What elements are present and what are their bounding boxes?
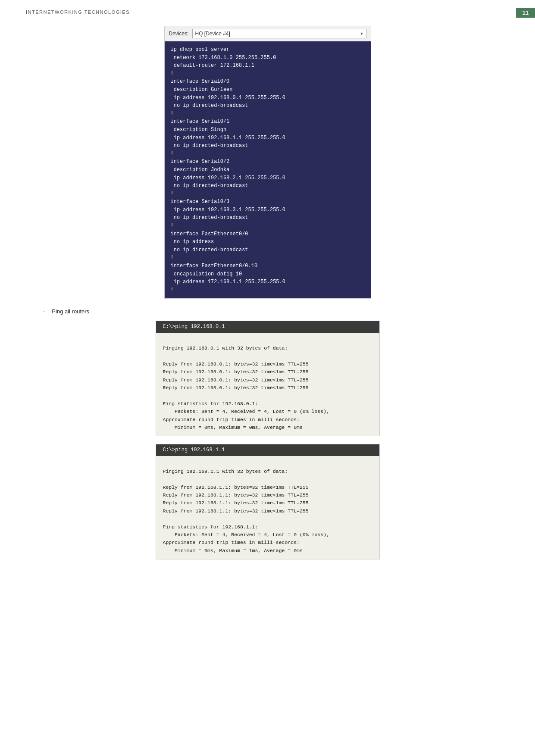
device-label: Devices: xyxy=(169,31,189,37)
page-header-title: INTERNETWORKING TECHNOLOGIES xyxy=(26,9,130,15)
bullet-text: Ping all routers xyxy=(52,308,89,315)
terminal-cmd-1: C:\>ping 192.168.1.1 xyxy=(156,444,379,456)
bullet-dash: - xyxy=(43,308,45,315)
page-number: 11 xyxy=(516,8,535,18)
terminal-body-0: Pinging 192.168.0.1 with 32 bytes of dat… xyxy=(163,345,329,430)
device-select-wrapper[interactable]: HQ [Device #4] xyxy=(192,29,366,38)
terminal-body-1: Pinging 192.168.1.1 with 32 bytes of dat… xyxy=(163,469,329,553)
terminals-container: C:\>ping 192.168.0.1 Pinging 192.168.0.1… xyxy=(26,321,509,559)
device-config-body: ip dhcp pool server network 172.168.1.0 … xyxy=(165,41,371,298)
terminal-cmd-0: C:\>ping 192.168.0.1 xyxy=(156,321,379,333)
device-header: Devices: HQ [Device #4] xyxy=(165,26,371,41)
device-select[interactable]: HQ [Device #4] xyxy=(192,29,366,38)
bullet-item: - Ping all routers xyxy=(43,308,509,315)
main-content: Devices: HQ [Device #4] ip dhcp pool ser… xyxy=(0,26,535,593)
terminal-panel-1: C:\>ping 192.168.1.1 Pinging 192.168.1.1… xyxy=(156,444,380,559)
device-panel: Devices: HQ [Device #4] ip dhcp pool ser… xyxy=(164,26,371,299)
terminal-panel-0: C:\>ping 192.168.0.1 Pinging 192.168.0.1… xyxy=(156,321,380,436)
